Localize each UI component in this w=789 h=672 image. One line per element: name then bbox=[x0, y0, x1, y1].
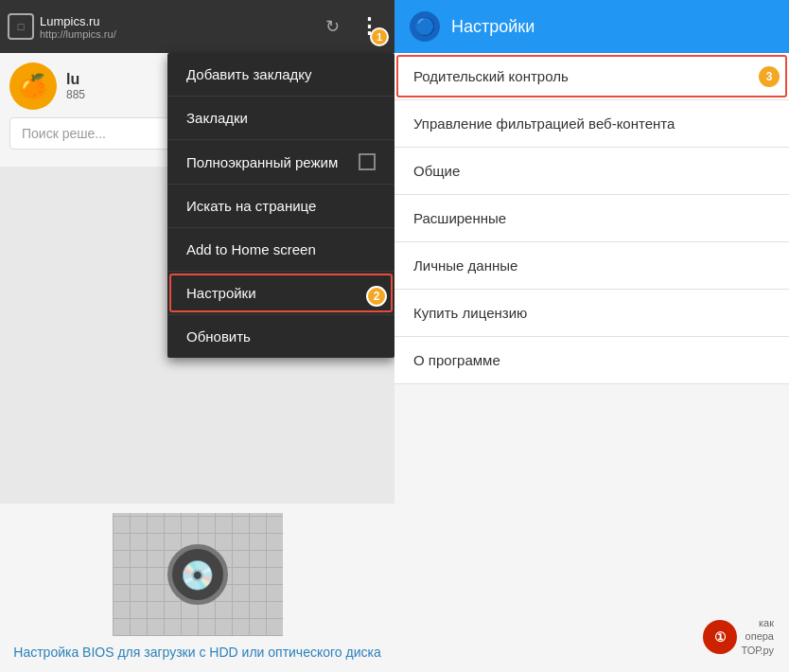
opera-icon: 🔵 bbox=[414, 16, 435, 37]
circuit-bg: 💿 bbox=[113, 513, 283, 636]
bookmarks-label: Закладки bbox=[186, 110, 248, 126]
menu-refresh[interactable]: Обновить bbox=[167, 315, 394, 358]
settings-general[interactable]: Общие bbox=[394, 148, 789, 195]
logo-emoji: 🍊 bbox=[19, 73, 47, 99]
step3-badge: 3 bbox=[759, 66, 780, 87]
dropdown-menu: Добавить закладку Закладки Полноэкранный… bbox=[167, 53, 394, 358]
logo-circle-icon: ① bbox=[714, 629, 727, 645]
settings-buy-license[interactable]: Купить лицензию bbox=[394, 290, 789, 337]
settings-advanced[interactable]: Расширенные bbox=[394, 195, 789, 242]
site-logo: 🍊 bbox=[9, 62, 57, 110]
footer-logo: ① как опера ТОР.ру bbox=[394, 601, 789, 672]
menu-add-home[interactable]: Add to Home screen bbox=[167, 228, 394, 272]
about-label: О программе bbox=[413, 352, 500, 368]
search-placeholder: Поиск реше... bbox=[22, 126, 106, 141]
logo-line2: опера bbox=[741, 629, 774, 643]
logo-line3: ТОР.ру bbox=[741, 644, 774, 657]
step2-badge: 2 bbox=[366, 286, 387, 307]
hdd-icon: 💿 bbox=[167, 544, 228, 605]
general-label: Общие bbox=[413, 163, 460, 179]
bios-link[interactable]: Настройка BIOS для загрузки с HDD или оп… bbox=[9, 644, 385, 663]
tab-icon-symbol: □ bbox=[18, 21, 25, 32]
parental-control-label: Родительский контроль bbox=[413, 68, 569, 84]
settings-personal-data[interactable]: Личные данные bbox=[394, 242, 789, 290]
bios-section: 💿 Настройка BIOS для загрузки с HDD или … bbox=[0, 504, 394, 672]
logo-line1: как bbox=[741, 616, 774, 629]
refresh-icon: ↻ bbox=[325, 16, 340, 37]
browser-url: http://lumpics.ru/ bbox=[40, 28, 311, 40]
browser-title: Lumpics.ru bbox=[40, 14, 311, 28]
find-on-page-label: Искать на странице bbox=[186, 198, 316, 214]
add-bookmark-label: Добавить закладку bbox=[186, 66, 312, 82]
right-panel: 🔵 Настройки Родительский контроль 3 Упра… bbox=[394, 0, 789, 672]
browser-tab-icon: □ bbox=[8, 13, 34, 40]
left-panel: □ Lumpics.ru http://lumpics.ru/ ↻ ⋮ 1 🍊 … bbox=[0, 0, 394, 672]
settings-header: 🔵 Настройки bbox=[394, 0, 789, 53]
browser-actions: ↻ ⋮ 1 bbox=[317, 9, 387, 44]
add-home-label: Add to Home screen bbox=[186, 241, 316, 257]
settings-label: Настройки bbox=[186, 285, 256, 301]
menu-bookmarks[interactable]: Закладки bbox=[167, 97, 394, 140]
more-options-button[interactable]: ⋮ 1 bbox=[351, 9, 387, 44]
settings-title: Настройки bbox=[451, 17, 535, 37]
buy-license-label: Купить лицензию bbox=[413, 305, 527, 321]
settings-parental-control[interactable]: Родительский контроль 3 bbox=[394, 53, 789, 100]
logo-circle: ① bbox=[703, 620, 737, 654]
advanced-label: Расширенные bbox=[413, 210, 506, 226]
bios-image: 💿 bbox=[113, 513, 283, 636]
refresh-button[interactable]: ↻ bbox=[317, 11, 347, 42]
settings-content-filter[interactable]: Управление фильтрацией веб-контента bbox=[394, 100, 789, 148]
refresh-label: Обновить bbox=[186, 328, 251, 345]
kakooperator-branding: ① как опера ТОР.ру bbox=[703, 616, 774, 657]
fullscreen-label: Полноэкранный режим bbox=[186, 154, 338, 170]
settings-list: Родительский контроль 3 Управление фильт… bbox=[394, 53, 789, 601]
menu-add-bookmark[interactable]: Добавить закладку bbox=[167, 53, 394, 97]
menu-find-on-page[interactable]: Искать на странице bbox=[167, 185, 394, 228]
menu-fullscreen[interactable]: Полноэкранный режим bbox=[167, 140, 394, 185]
settings-about[interactable]: О программе bbox=[394, 337, 789, 384]
step1-badge: 1 bbox=[370, 27, 389, 46]
browser-bar: □ Lumpics.ru http://lumpics.ru/ ↻ ⋮ 1 bbox=[0, 0, 394, 53]
browser-url-area: Lumpics.ru http://lumpics.ru/ bbox=[40, 14, 311, 40]
content-filter-label: Управление фильтрацией веб-контента bbox=[413, 115, 675, 132]
personal-data-label: Личные данные bbox=[413, 257, 517, 274]
menu-settings[interactable]: Настройки 2 bbox=[167, 272, 394, 315]
settings-header-icon: 🔵 bbox=[410, 11, 440, 42]
logo-text: как опера ТОР.ру bbox=[741, 616, 774, 657]
fullscreen-checkbox[interactable] bbox=[359, 153, 376, 170]
